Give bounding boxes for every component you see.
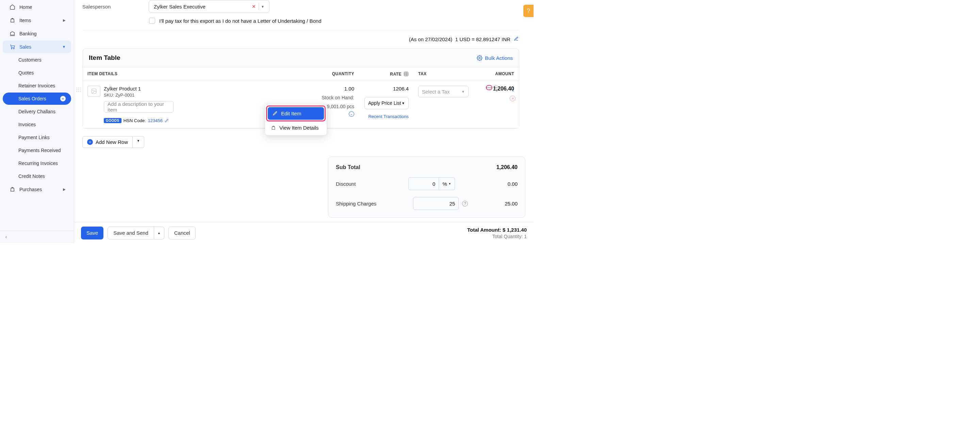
chevron-right-icon: ▶ [63, 18, 66, 22]
subtotal-label: Sub Total [336, 164, 360, 170]
save-send-group: Save and Send ▲ [108, 227, 164, 240]
shipping-input[interactable]: 25 [413, 197, 459, 210]
discount-row: Discount 0 % ▼ 0.00 [336, 177, 517, 190]
pencil-icon [272, 111, 278, 116]
save-send-dropdown[interactable]: ▲ [154, 227, 164, 240]
sidebar-item-label: Credit Notes [18, 173, 45, 179]
add-icon[interactable]: + [60, 96, 66, 101]
gear-icon [477, 55, 482, 61]
chevron-down-icon[interactable]: ▼ [259, 5, 266, 8]
row-menu-icon[interactable]: ⋮ [510, 86, 515, 93]
description-input[interactable]: Add a description to your item [104, 101, 173, 113]
divider [82, 30, 519, 30]
plus-icon: + [87, 139, 93, 145]
chevron-down-icon: ▼ [401, 101, 405, 105]
view-item-option[interactable]: View Item Details [266, 121, 326, 134]
chevron-right-icon: ▶ [63, 188, 66, 191]
sidebar-purchases[interactable]: Purchases ▶ [3, 183, 71, 196]
home-icon [10, 4, 15, 10]
discount-unit-label: % [442, 181, 447, 187]
bank-icon [10, 30, 15, 37]
sidebar-sales-label: Sales [19, 44, 31, 50]
recent-transactions-link[interactable]: Recent Transactions [364, 114, 409, 119]
salesperson-value: Zylker Sales Executive [154, 4, 249, 10]
ellipsis-icon: ●●● [486, 86, 492, 89]
save-button[interactable]: Save [81, 227, 103, 240]
add-row-button[interactable]: + Add New Row [82, 136, 133, 148]
clear-icon[interactable]: ✕ [249, 4, 259, 9]
shipping-value: 25.00 [504, 201, 517, 207]
sidebar-item-label: Invoices [18, 122, 36, 127]
sidebar-banking[interactable]: Banking [3, 27, 71, 40]
add-row-dropdown[interactable]: ▼ [133, 136, 144, 148]
fx-rate: 1 USD = 82.891247 INR [455, 37, 511, 42]
bulk-actions-link[interactable]: Bulk Actions [477, 55, 513, 61]
sidebar-collapse[interactable] [0, 231, 74, 243]
sidebar-item-label: Customers [18, 57, 41, 63]
image-placeholder-icon[interactable] [88, 86, 100, 97]
delete-row-icon[interactable]: ✕ [510, 95, 515, 101]
td-rate: 1206.4 Apply Price List ▼ Recent Transac… [359, 81, 414, 128]
sidebar-home[interactable]: Home [3, 1, 71, 13]
tax-select[interactable]: Select a Tax ▼ [418, 86, 469, 97]
edit-item-label: Edit Item [281, 111, 301, 116]
item-table-header: Item Table Bulk Actions [83, 49, 519, 67]
purchase-icon [10, 186, 15, 192]
cart-icon [10, 44, 15, 50]
discount-input[interactable]: 0 [408, 177, 439, 190]
chevron-down-icon: ▼ [449, 182, 451, 185]
shipping-label: Shipping Charges [336, 201, 376, 207]
rate-settings-icon[interactable] [404, 72, 409, 76]
discount-value: 0.00 [508, 181, 517, 187]
sidebar-item-label: Payment Links [18, 135, 50, 140]
product-name[interactable]: Zylker Product 1 [104, 86, 303, 92]
add-row-label: Add New Row [95, 139, 128, 145]
sidebar-delivery[interactable]: Delivery Challans [3, 105, 71, 118]
more-options-button[interactable]: ●●● [486, 85, 492, 90]
sidebar-sales-orders[interactable]: Sales Orders + [3, 92, 71, 105]
subtotal-row: Sub Total 1,206.40 [336, 164, 517, 170]
salesperson-label: Salesperson [82, 4, 149, 10]
view-item-label: View Item Details [279, 125, 319, 130]
discount-unit-select[interactable]: % ▼ [439, 177, 455, 190]
th-qty: QUANTITY [308, 67, 359, 81]
sidebar-credit-notes[interactable]: Credit Notes [3, 170, 71, 182]
cancel-button[interactable]: Cancel [169, 227, 196, 240]
sidebar-invoices[interactable]: Invoices [3, 118, 71, 130]
th-tax: TAX [414, 67, 471, 81]
sidebar-quotes[interactable]: Quotes [3, 67, 71, 79]
sidebar-items[interactable]: Items ▶ [3, 14, 71, 27]
chevron-down-icon: ▼ [62, 45, 66, 49]
hsn-value[interactable]: 123456 [148, 118, 162, 123]
sidebar-customers[interactable]: Customers [3, 54, 71, 66]
sidebar: Home Items ▶ Banking Sales ▼ Customers Q… [0, 0, 74, 243]
rate-value[interactable]: 1206.4 [364, 86, 409, 92]
price-list-select[interactable]: Apply Price List ▼ [364, 97, 409, 109]
sidebar-sales[interactable]: Sales ▼ [3, 40, 71, 53]
table-header-row: ITEM DETAILS QUANTITY RATE TAX AMOUNT [83, 67, 519, 81]
help-icon[interactable]: ? [462, 201, 468, 207]
total-amount: Total Amount: $ 1,231.40 [467, 227, 527, 233]
sidebar-payment-links[interactable]: Payment Links [3, 131, 71, 143]
svg-point-2 [479, 57, 480, 59]
svg-point-5 [92, 90, 93, 91]
sidebar-recurring[interactable]: Recurring Invoices [3, 157, 71, 169]
export-tax-checkbox[interactable] [149, 17, 155, 24]
hsn-label: HSN Code: [124, 118, 146, 123]
qty-value[interactable]: 1.00 [313, 86, 354, 92]
save-and-send-button[interactable]: Save and Send [108, 227, 154, 240]
sidebar-retainer[interactable]: Retainer Invoices [3, 80, 71, 92]
export-tax-row: I'll pay tax for this export as I do not… [149, 17, 527, 24]
discount-label: Discount [336, 181, 356, 187]
drag-handle-icon[interactable]: ●●●●●●●●● [76, 87, 82, 92]
edit-icon[interactable] [165, 119, 169, 123]
remove-item-icon[interactable]: ✕ [493, 85, 498, 90]
subtotal-value: 1,206.40 [496, 164, 517, 170]
edit-item-option[interactable]: Edit Item [268, 107, 324, 120]
salesperson-select[interactable]: Zylker Sales Executive ✕ ▼ [149, 0, 269, 13]
bag-icon [271, 125, 276, 130]
edit-icon[interactable] [514, 37, 519, 42]
summary-card: Sub Total 1,206.40 Discount 0 % ▼ 0.00 [328, 156, 525, 218]
sidebar-payments-received[interactable]: Payments Received [3, 144, 71, 156]
expand-stock-icon[interactable]: ⌄ [349, 111, 354, 117]
